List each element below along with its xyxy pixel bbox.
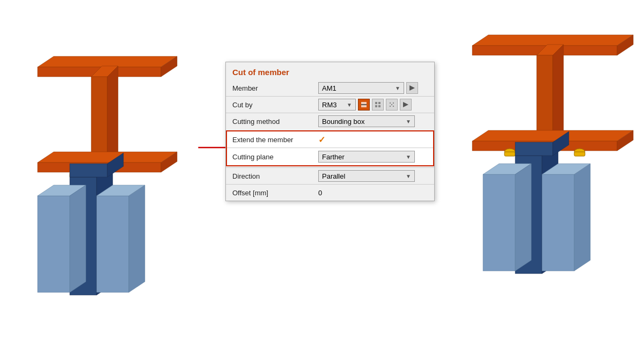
svg-marker-6 xyxy=(38,152,177,163)
cutting-plane-dropdown-value: Farther xyxy=(322,153,345,161)
cutby-dropdown-value: RM3 xyxy=(322,101,336,109)
svg-rect-17 xyxy=(97,196,129,292)
cutting-method-dropdown-arrow: ▼ xyxy=(406,119,411,124)
svg-marker-5 xyxy=(107,66,118,163)
svg-rect-29 xyxy=(378,105,380,107)
member-row: Member AM1 ▼ xyxy=(226,80,434,96)
svg-marker-40 xyxy=(553,45,564,141)
offset-row: Offset [mm] 0 xyxy=(226,185,434,201)
extend-member-row: Extend the member ✓ xyxy=(227,131,433,148)
svg-point-30 xyxy=(390,102,391,104)
cutby-value: RM3 ▼ xyxy=(318,99,428,111)
member-dropdown[interactable]: AM1 ▼ xyxy=(318,82,404,94)
cutby-label: Cut by xyxy=(232,101,318,109)
direction-row: Direction Parallel ▼ xyxy=(226,168,434,184)
dialog-title: Cut of member xyxy=(226,62,434,80)
cutting-method-label: Cutting method xyxy=(232,117,318,126)
svg-marker-41 xyxy=(472,130,633,141)
cutting-plane-dropdown-arrow: ▼ xyxy=(406,154,411,160)
cutby-dropdown[interactable]: RM3 ▼ xyxy=(318,99,356,111)
svg-rect-27 xyxy=(378,102,380,104)
highlighted-section: Extend the member ✓ Cutting plane Farthe… xyxy=(226,130,434,166)
member-dropdown-value: AM1 xyxy=(322,84,336,92)
cutby-icon-orange[interactable] xyxy=(358,99,370,111)
extend-member-label: Extend the member xyxy=(232,136,318,144)
svg-marker-56 xyxy=(574,164,590,271)
cutting-method-value: Bounding box ▼ xyxy=(318,115,428,127)
cutting-plane-row: Cutting plane Farther ▼ xyxy=(227,148,433,165)
extend-member-value: ✓ xyxy=(318,135,428,145)
svg-marker-0 xyxy=(38,56,177,67)
svg-rect-39 xyxy=(537,55,553,141)
svg-point-31 xyxy=(393,102,394,104)
svg-rect-47 xyxy=(574,152,585,156)
direction-dropdown-arrow: ▼ xyxy=(406,173,411,179)
cutby-icon-cursor[interactable] xyxy=(400,99,412,111)
ibeam-left xyxy=(38,56,177,295)
svg-marker-53 xyxy=(515,164,531,271)
member-value: AM1 ▼ xyxy=(318,82,428,94)
cutting-method-dropdown-value: Bounding box xyxy=(322,117,365,126)
svg-rect-51 xyxy=(483,174,515,271)
svg-rect-14 xyxy=(38,196,70,292)
svg-rect-20 xyxy=(70,164,107,177)
cutting-plane-dropdown[interactable]: Farther ▼ xyxy=(318,151,415,163)
cutby-dropdown-arrow: ▼ xyxy=(347,102,352,108)
svg-rect-28 xyxy=(375,105,377,107)
direction-label: Direction xyxy=(232,172,318,180)
cutting-method-dropdown[interactable]: Bounding box ▼ xyxy=(318,115,415,127)
svg-rect-4 xyxy=(91,77,107,163)
offset-value: 0 xyxy=(318,189,428,197)
member-label: Member xyxy=(232,84,318,92)
svg-rect-45 xyxy=(504,152,515,156)
cutting-plane-label: Cutting plane xyxy=(232,153,318,161)
svg-marker-19 xyxy=(129,185,145,292)
member-select-icon[interactable] xyxy=(406,82,418,94)
svg-marker-16 xyxy=(70,185,86,292)
extend-member-check: ✓ xyxy=(318,135,325,145)
direction-value: Parallel ▼ xyxy=(318,170,428,182)
cutby-icon-grid[interactable] xyxy=(372,99,384,111)
dialog-panel: Cut of member Member AM1 ▼ Cut by xyxy=(225,62,435,201)
offset-display-value: 0 xyxy=(318,189,322,197)
ibeam-right xyxy=(472,35,633,274)
right-area: Cut of member Member AM1 ▼ Cut by xyxy=(236,35,644,303)
svg-rect-26 xyxy=(375,102,377,104)
svg-rect-57 xyxy=(515,142,553,156)
right-model xyxy=(456,13,639,282)
cutby-icon-dotgrid[interactable] xyxy=(386,99,398,111)
svg-point-32 xyxy=(390,106,391,107)
member-dropdown-arrow: ▼ xyxy=(395,85,400,91)
svg-point-34 xyxy=(391,104,392,105)
svg-rect-54 xyxy=(542,174,574,271)
svg-marker-35 xyxy=(472,35,633,46)
left-model xyxy=(11,35,193,303)
cutting-plane-value: Farther ▼ xyxy=(318,151,428,163)
cutby-row: Cut by RM3 ▼ xyxy=(226,97,434,113)
direction-dropdown-value: Parallel xyxy=(322,172,345,180)
direction-dropdown[interactable]: Parallel ▼ xyxy=(318,170,415,182)
svg-point-33 xyxy=(393,106,394,107)
main-container: Cut of member Member AM1 ▼ Cut by xyxy=(0,0,644,338)
offset-label: Offset [mm] xyxy=(232,189,318,197)
cutting-method-row: Cutting method Bounding box ▼ xyxy=(226,113,434,129)
